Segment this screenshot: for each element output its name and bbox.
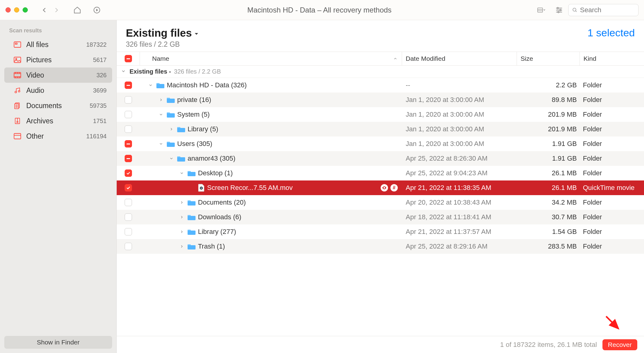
row-checkbox[interactable] (125, 228, 132, 235)
file-icon (198, 184, 205, 192)
sidebar-item-archives[interactable]: Archives1751 (4, 113, 112, 129)
disclosure-down-icon[interactable] (158, 142, 164, 146)
svg-marker-1 (96, 9, 98, 11)
sidebar-item-all-files[interactable]: All files187322 (4, 37, 112, 52)
file-row[interactable]: Macintosh HD - Data (326)--2.2 GBFolder (117, 78, 644, 93)
sidebar-item-other[interactable]: Other116194 (4, 129, 112, 144)
file-date: Apr 20, 2022 at 10:38:43 AM (402, 198, 517, 206)
file-row[interactable]: Library (5)Jan 1, 2020 at 3:00:00 AM201.… (117, 122, 644, 136)
file-size: 1.91 GB (517, 155, 580, 162)
disclosure-down-icon[interactable] (147, 83, 154, 87)
row-checkbox[interactable] (125, 213, 132, 221)
column-headers: Name Date Modified Size Kind (117, 52, 644, 66)
row-checkbox[interactable] (125, 184, 132, 191)
forward-button[interactable] (50, 4, 63, 16)
row-checkbox[interactable] (125, 96, 132, 104)
show-in-finder-button[interactable]: Show in Finder (4, 336, 112, 349)
home-button[interactable] (71, 4, 83, 16)
view-mode-button[interactable] (533, 4, 550, 16)
row-checkbox[interactable] (125, 169, 132, 177)
file-row[interactable]: Downloads (6)Apr 18, 2022 at 11:18:41 AM… (117, 210, 644, 224)
disclosure-down-icon[interactable] (178, 171, 185, 175)
file-kind: Folder (580, 140, 644, 148)
view-subtitle: 326 files / 2.2 GB (126, 40, 200, 49)
sidebar-item-pictures[interactable]: Pictures5617 (4, 52, 112, 67)
toolbar: Macintosh HD - Data – All recovery metho… (0, 0, 644, 20)
sidebar-item-label: All files (26, 41, 82, 49)
close-window-button[interactable] (5, 7, 11, 13)
sidebar-item-count: 187322 (82, 41, 107, 48)
file-row[interactable]: Documents (20)Apr 20, 2022 at 10:38:43 A… (117, 195, 644, 210)
disclosure-right-icon[interactable] (178, 200, 185, 205)
filter-button[interactable] (553, 4, 565, 16)
file-row[interactable]: private (16)Jan 1, 2020 at 3:00:00 AM89.… (117, 93, 644, 107)
disclosure-down-icon[interactable] (158, 112, 164, 117)
video-icon (13, 72, 21, 78)
disclosure-down-icon[interactable] (168, 156, 175, 161)
row-checkbox[interactable] (125, 111, 132, 118)
disclosure-right-icon[interactable] (178, 230, 185, 234)
file-size: 201.9 MB (517, 111, 580, 118)
file-name: Macintosh HD - Data (326) (167, 81, 247, 89)
disclosure-right-icon[interactable] (178, 215, 185, 219)
disclosure-right-icon[interactable] (168, 127, 175, 131)
minimize-window-button[interactable] (14, 7, 19, 13)
row-checkbox[interactable] (125, 155, 132, 162)
file-row[interactable]: Trash (1)Apr 25, 2022 at 8:29:16 AM283.5… (117, 239, 644, 254)
column-name[interactable]: Name (140, 52, 402, 65)
hex-icon[interactable]: # (390, 184, 398, 191)
file-row[interactable]: Library (277)Apr 21, 2022 at 11:37:57 AM… (117, 224, 644, 239)
sidebar-item-audio[interactable]: Audio3699 (4, 83, 112, 98)
file-name: System (5) (177, 111, 210, 118)
recover-button[interactable]: Recover (602, 339, 637, 350)
file-size: 201.9 MB (517, 125, 580, 133)
disclosure-right-icon[interactable] (178, 244, 185, 249)
main-panel: Existing files 326 files / 2.2 GB 1 sele… (117, 20, 644, 353)
preview-icon[interactable] (381, 184, 388, 191)
view-title-dropdown[interactable]: Existing files (126, 27, 200, 39)
select-all-checkbox[interactable] (125, 55, 132, 62)
svg-point-16 (16, 58, 17, 60)
file-kind: Folder (580, 169, 644, 177)
file-name: Documents (20) (198, 198, 246, 206)
file-row[interactable]: Screen Recor...7.55 AM.mov#Apr 21, 2022 … (117, 180, 644, 195)
sidebar-item-documents[interactable]: Documents59735 (4, 98, 112, 113)
svg-line-12 (576, 11, 577, 12)
file-row[interactable]: Users (305)Jan 1, 2020 at 3:00:00 AM1.91… (117, 136, 644, 151)
other-icon (13, 133, 21, 139)
file-kind: Folder (580, 198, 644, 206)
row-checkbox[interactable] (125, 126, 132, 133)
disclosure-right-icon[interactable] (158, 98, 164, 102)
file-row[interactable]: Desktop (1)Apr 25, 2022 at 9:04:23 AM26.… (117, 166, 644, 180)
pictures-icon (13, 57, 21, 63)
time-machine-button[interactable] (91, 4, 103, 16)
column-kind[interactable]: Kind (580, 52, 644, 65)
zoom-window-button[interactable] (23, 7, 28, 13)
column-size[interactable]: Size (517, 52, 580, 65)
search-box[interactable] (568, 4, 639, 16)
row-checkbox[interactable] (125, 243, 132, 250)
file-name: Screen Recor...7.55 AM.mov (207, 184, 293, 192)
group-header[interactable]: Existing files - 326 files / 2.2 GB (117, 66, 644, 78)
row-checkbox[interactable] (125, 140, 132, 147)
folder-icon (177, 126, 185, 133)
archives-icon (13, 118, 21, 124)
row-checkbox[interactable] (125, 82, 132, 89)
column-checkbox[interactable] (117, 52, 140, 65)
file-row[interactable]: System (5)Jan 1, 2020 at 3:00:00 AM201.9… (117, 107, 644, 122)
file-name: Desktop (1) (198, 169, 233, 177)
search-input[interactable] (580, 6, 635, 14)
file-size: 26.1 MB (517, 169, 580, 177)
folder-icon (156, 82, 164, 89)
file-row[interactable]: anamor43 (305)Apr 25, 2022 at 8:26:30 AM… (117, 151, 644, 166)
sidebar-item-video[interactable]: Video326 (4, 67, 112, 83)
row-checkbox[interactable] (125, 199, 132, 206)
sidebar-item-label: Other (26, 132, 82, 140)
back-button[interactable] (38, 4, 50, 16)
file-date: Apr 25, 2022 at 8:29:16 AM (402, 242, 517, 250)
column-date[interactable]: Date Modified (402, 52, 517, 65)
file-name: Users (305) (177, 140, 212, 148)
folder-icon (188, 243, 196, 250)
sidebar-item-count: 326 (82, 72, 107, 79)
file-size: 2.2 GB (517, 81, 580, 89)
